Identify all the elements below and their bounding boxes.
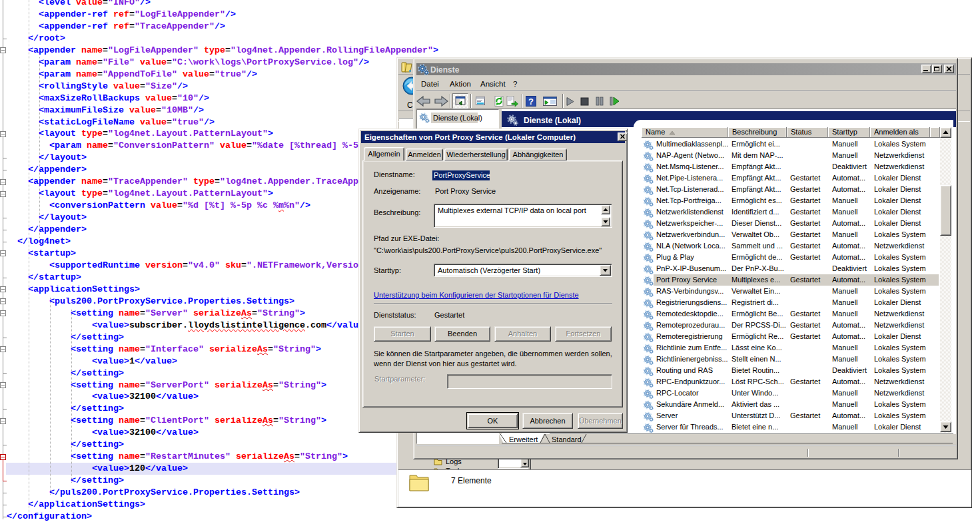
svg-text:?: ? (528, 97, 534, 107)
